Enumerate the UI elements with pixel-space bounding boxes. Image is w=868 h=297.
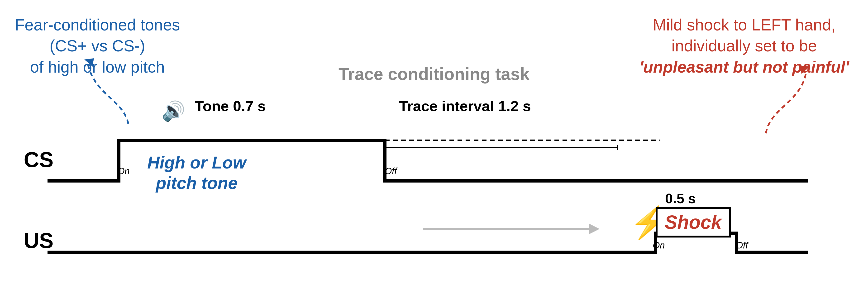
us-on-label: On [653,240,665,250]
svg-marker-1 [800,65,810,74]
mild-shock-line2: individually set to be [640,35,849,56]
high-low-line1: High or Low [147,153,246,172]
trace-interval-label: Trace interval 1.2 s [399,98,531,114]
diagram-container: Fear-conditioned tones (CS+ vs CS-) of h… [0,0,868,297]
svg-marker-0 [84,58,94,66]
gray-arrow-line [423,228,589,230]
gray-arrow-head [589,224,599,234]
mild-shock-text: Mild shock to LEFT hand, individually se… [640,14,849,77]
us-off-label: Off [736,240,748,250]
speaker-icon: 🔊 [161,100,185,122]
shock-duration-label: 0.5 s [665,190,696,206]
shock-box: Shock [656,207,731,238]
cs-on-label: On [118,166,130,176]
curved-arrow-right [752,59,813,140]
mild-shock-line1: Mild shock to LEFT hand, [640,14,849,35]
high-low-line2: pitch tone [156,173,238,192]
fear-conditioned-line1: Fear-conditioned tones (CS+ vs CS-) [15,16,180,55]
shock-label: Shock [665,212,722,233]
high-low-pitch-text: High or Low pitch tone [147,152,246,193]
tone-label: Tone 0.7 s [195,98,266,114]
curved-arrow-left [81,52,140,129]
cs-off-label: Off [385,166,397,176]
mild-shock-line3: 'unpleasant but not painful' [640,56,849,77]
gray-arrow [423,224,599,234]
trace-conditioning-title: Trace conditioning task [339,64,529,84]
